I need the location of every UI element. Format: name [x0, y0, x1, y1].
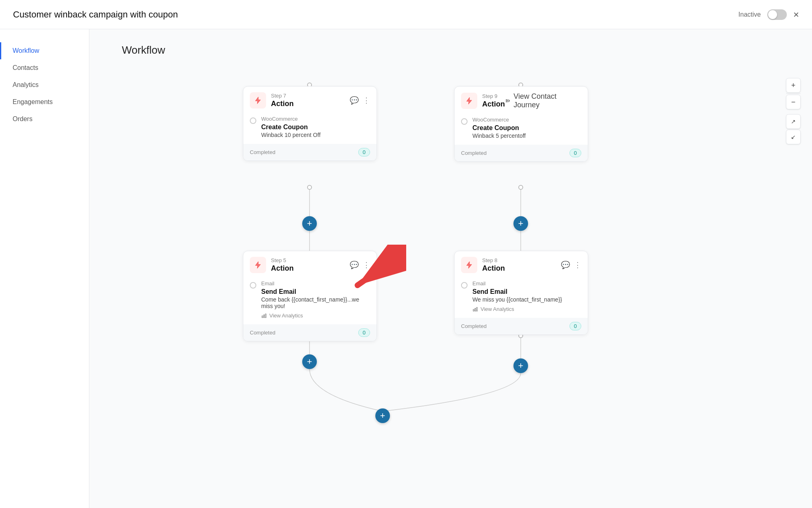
card-step5-header: Step 5 Action 💬 ⋮: [243, 251, 377, 276]
connector-dot-4: [518, 185, 523, 190]
view-contact-journey-button[interactable]: View Contact Journey: [505, 92, 581, 109]
bolt-icon: [254, 96, 262, 104]
expand-button-1[interactable]: ↗: [786, 114, 801, 129]
svg-rect-9: [264, 315, 264, 317]
sidebar-item-contacts[interactable]: Contacts: [0, 59, 89, 76]
card-step7-footer: Completed 0: [243, 144, 377, 161]
status-label: Inactive: [738, 11, 761, 18]
card-step7-labels: Step 7 Action: [271, 93, 294, 108]
card-step7-actions: 💬 ⋮: [350, 96, 370, 105]
bolt-icon-4: [465, 261, 473, 269]
card-step9-status: Completed: [461, 150, 487, 156]
add-step-button-4[interactable]: +: [513, 358, 528, 373]
card-step9-title: Action: [482, 100, 505, 109]
body: Workflow Contacts Analytics Engagements …: [0, 29, 812, 508]
card-step7-status: Completed: [250, 149, 275, 155]
card-step8-actions: 💬 ⋮: [561, 261, 581, 269]
view-contact-journey-label: View Contact Journey: [513, 92, 581, 109]
card-step5-actions: 💬 ⋮: [350, 261, 370, 269]
sidebar-item-workflow[interactable]: Workflow: [0, 42, 89, 59]
card-step8-labels: Step 8 Action: [482, 257, 505, 273]
view-analytics-button-3[interactable]: View Analytics: [261, 313, 370, 319]
view-analytics-button-4[interactable]: View Analytics: [472, 306, 581, 312]
card-step9-header-left: Step 9 Action: [461, 93, 505, 109]
app-container: Customer winback campaign with coupon In…: [0, 0, 812, 508]
canvas-title: Workflow: [122, 44, 165, 56]
card-step7-service: WooCommerce: [261, 116, 370, 122]
card-step9-badge: 0: [569, 149, 581, 157]
card-step5-footer: Completed 0: [243, 324, 377, 341]
card-step9: Step 9 Action View Contact Journey: [454, 86, 588, 162]
sidebar-item-engagements[interactable]: Engagements: [0, 93, 89, 111]
journey-icon: [505, 98, 511, 104]
card-step5-action-sub: Come back {{contact_first_name}}...we mi…: [261, 296, 370, 309]
card-step9-step: Step 9: [482, 93, 505, 99]
card-step5-badge: 0: [358, 328, 370, 337]
card-step8-body: Email Send Email We miss you {{contact_f…: [455, 276, 588, 318]
bolt-icon-2: [465, 97, 473, 105]
card-step8: Step 8 Action 💬 ⋮ Email Send Email We m: [454, 251, 588, 335]
comment-icon-4[interactable]: 💬: [561, 261, 570, 269]
connector-dot-3: [307, 185, 312, 190]
card-step5-service: Email: [261, 280, 370, 287]
zoom-in-button[interactable]: +: [786, 78, 801, 93]
bolt-icon-3: [254, 261, 262, 269]
more-icon[interactable]: ⋮: [363, 96, 370, 105]
expand-button-2[interactable]: ↙: [786, 130, 801, 144]
card-step8-status: Completed: [461, 323, 487, 329]
card-step8-action-sub: We miss you {{contact_first_name}}: [472, 296, 581, 303]
card-step9-actions: View Contact Journey: [505, 92, 581, 109]
card-step7-body: WooCommerce Create Coupon Winback 10 per…: [243, 112, 377, 144]
add-step-button-bottom[interactable]: +: [375, 408, 390, 423]
comment-icon[interactable]: 💬: [350, 96, 359, 105]
main-canvas: Workflow: [89, 29, 812, 508]
card-step8-icon: [461, 257, 477, 273]
card-step5-radio[interactable]: [250, 282, 256, 289]
svg-rect-12: [475, 308, 476, 311]
more-icon-3[interactable]: ⋮: [363, 261, 370, 269]
sidebar-item-analytics[interactable]: Analytics: [0, 76, 89, 93]
card-step7-badge: 0: [358, 148, 370, 156]
card-step5-header-left: Step 5 Action: [250, 257, 294, 273]
zoom-divider: [786, 93, 801, 94]
comment-icon-3[interactable]: 💬: [350, 261, 359, 269]
close-button[interactable]: ×: [793, 10, 799, 20]
card-step8-footer: Completed 0: [455, 318, 588, 334]
zoom-out-button[interactable]: −: [786, 95, 801, 109]
card-step7-title: Action: [271, 100, 294, 108]
card-step9-footer: Completed 0: [455, 145, 588, 161]
sidebar-item-orders[interactable]: Orders: [0, 111, 89, 128]
toggle-track[interactable]: [767, 9, 787, 20]
card-step7-action-sub: Winback 10 percent Off: [261, 132, 370, 138]
card-step5-icon: [250, 257, 266, 273]
card-step8-radio[interactable]: [461, 282, 468, 289]
page-title: Customer winback campaign with coupon: [13, 9, 178, 20]
card-step8-header-left: Step 8 Action: [461, 257, 505, 273]
connectors-svg: [89, 29, 812, 508]
card-step7-radio[interactable]: [250, 117, 256, 124]
card-step5-labels: Step 5 Action: [271, 257, 294, 273]
add-step-button-3[interactable]: +: [302, 354, 317, 369]
card-step8-badge: 0: [569, 322, 581, 330]
card-step9-action-title: Create Coupon: [472, 124, 581, 132]
card-step9-radio[interactable]: [461, 118, 468, 125]
add-step-button-1[interactable]: +: [302, 216, 317, 231]
analytics-icon-4: [472, 306, 478, 312]
view-analytics-label-3: View Analytics: [269, 313, 303, 319]
more-icon-4[interactable]: ⋮: [574, 261, 581, 269]
svg-rect-11: [473, 309, 474, 311]
card-step7-content: WooCommerce Create Coupon Winback 10 per…: [261, 116, 370, 138]
status-toggle[interactable]: [767, 9, 787, 20]
card-step9-service: WooCommerce: [472, 117, 581, 123]
card-step9-icon: [461, 93, 477, 109]
card-step5-title: Action: [271, 264, 294, 273]
card-step9-labels: Step 9 Action: [482, 93, 505, 109]
header: Customer winback campaign with coupon In…: [0, 0, 812, 29]
card-step7-icon: [250, 92, 266, 109]
svg-rect-13: [476, 307, 477, 311]
card-step7: Step 7 Action 💬 ⋮ WooCommerce Create Cou…: [243, 86, 377, 161]
add-step-button-2[interactable]: +: [513, 216, 528, 231]
toggle-thumb: [768, 10, 777, 19]
card-step8-step: Step 8: [482, 257, 505, 263]
svg-rect-8: [262, 316, 263, 318]
